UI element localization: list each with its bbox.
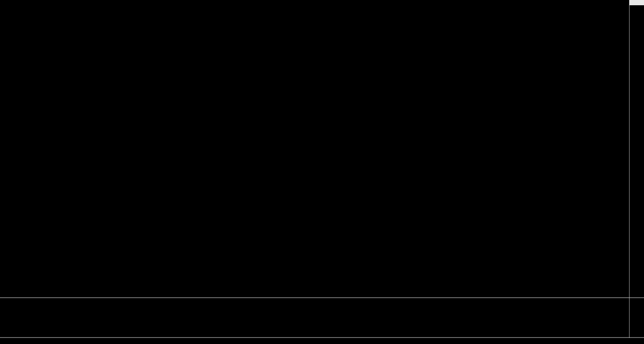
chart-title bbox=[2, 2, 9, 7]
price-chart-canvas[interactable] bbox=[0, 0, 629, 297]
stochastic-axis[interactable] bbox=[629, 298, 644, 337]
mt4-chart-window bbox=[0, 0, 644, 344]
time-axis[interactable] bbox=[0, 338, 644, 344]
stochastic-panel-canvas[interactable] bbox=[0, 298, 629, 337]
current-price-tag bbox=[630, 0, 644, 5]
price-axis[interactable] bbox=[629, 0, 644, 297]
